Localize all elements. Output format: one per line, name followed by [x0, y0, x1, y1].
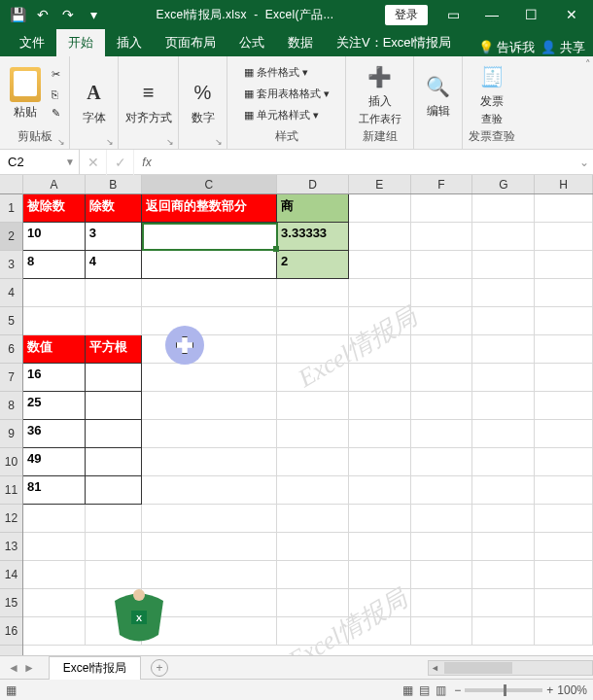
cell-E5[interactable]: [349, 307, 411, 335]
cell-F15[interactable]: [411, 589, 473, 617]
close-icon[interactable]: ✕: [550, 0, 593, 29]
qat-dropdown-icon[interactable]: ▾: [82, 3, 105, 26]
cell-G13[interactable]: [472, 533, 535, 561]
cell-E4[interactable]: [349, 279, 411, 307]
cell-H7[interactable]: [535, 364, 593, 392]
column-header[interactable]: G: [472, 175, 535, 193]
sheet-nav-prev-icon[interactable]: ◄: [8, 661, 19, 675]
save-icon[interactable]: 💾: [6, 3, 29, 26]
cell-C10[interactable]: [142, 448, 278, 476]
row-header[interactable]: 15: [0, 589, 22, 617]
cell-A9[interactable]: 36: [23, 420, 86, 448]
tab-formulas[interactable]: 公式: [227, 29, 276, 56]
cell-D11[interactable]: [277, 476, 349, 505]
tab-file[interactable]: 文件: [8, 29, 56, 56]
column-header[interactable]: B: [86, 175, 142, 193]
row-headers[interactable]: 12345678910111213141516: [0, 194, 23, 655]
cell-B6[interactable]: 平方根: [86, 335, 142, 364]
table-format-button[interactable]: ▦ 套用表格格式 ▾: [241, 86, 332, 103]
row-header[interactable]: 7: [0, 364, 22, 392]
cell-G15[interactable]: [472, 589, 535, 617]
row-header[interactable]: 11: [0, 476, 22, 505]
cell-G9[interactable]: [472, 420, 535, 448]
cell-A2[interactable]: 10: [23, 223, 86, 251]
cell-B3[interactable]: 4: [86, 251, 142, 279]
number-button[interactable]: %数字: [184, 79, 223, 126]
column-header[interactable]: D: [277, 175, 349, 193]
share-button[interactable]: 👤 共享: [541, 39, 585, 56]
cell-G1[interactable]: [472, 194, 535, 223]
maximize-icon[interactable]: ☐: [511, 0, 550, 29]
tab-custom[interactable]: 关注V：Excel情报局: [325, 29, 463, 56]
cell-A14[interactable]: [23, 561, 86, 589]
cell-D16[interactable]: [277, 617, 349, 646]
cell-mode-icon[interactable]: ▦: [6, 683, 17, 697]
cell-G5[interactable]: [472, 307, 535, 335]
cell-G2[interactable]: [472, 223, 535, 251]
cell-C11[interactable]: [142, 476, 278, 505]
cell-E2[interactable]: [349, 223, 411, 251]
cancel-formula-icon[interactable]: ✕: [80, 150, 107, 175]
cell-D3[interactable]: 2: [277, 251, 349, 279]
row-header[interactable]: 8: [0, 392, 22, 420]
sheet-nav-next-icon[interactable]: ►: [23, 661, 35, 675]
cell-F5[interactable]: [411, 307, 473, 335]
chevron-down-icon[interactable]: ▼: [65, 157, 75, 167]
cell-B4[interactable]: [86, 279, 142, 307]
cell-H3[interactable]: [535, 251, 593, 279]
row-header[interactable]: 16: [0, 617, 22, 646]
cell-E13[interactable]: [349, 533, 411, 561]
fx-icon[interactable]: fx: [134, 156, 159, 169]
column-header[interactable]: A: [23, 175, 86, 193]
row-header[interactable]: 6: [0, 335, 22, 364]
cell-H9[interactable]: [535, 420, 593, 448]
cell-E9[interactable]: [349, 420, 411, 448]
insert-row-button[interactable]: ➕插入工作表行: [359, 62, 401, 126]
invoice-button[interactable]: 🧾发票查验: [472, 62, 511, 126]
cell-C4[interactable]: [142, 279, 278, 307]
row-header[interactable]: 9: [0, 420, 22, 448]
cell-B7[interactable]: [86, 364, 142, 392]
cell-D14[interactable]: [277, 561, 349, 589]
cell-H2[interactable]: [535, 223, 593, 251]
cell-B5[interactable]: [86, 307, 142, 335]
cell-B10[interactable]: [86, 448, 142, 476]
launcher-icon[interactable]: ↘: [57, 137, 65, 147]
row-header[interactable]: 5: [0, 307, 22, 335]
zoom-level[interactable]: 100%: [557, 683, 587, 697]
zoom-slider[interactable]: [465, 688, 542, 692]
cell-H15[interactable]: [535, 589, 593, 617]
launcher-icon[interactable]: ↘: [106, 137, 114, 147]
cell-E16[interactable]: [349, 617, 411, 646]
cell-G16[interactable]: [472, 617, 535, 646]
cell-A5[interactable]: [23, 307, 86, 335]
cell-C9[interactable]: [142, 420, 278, 448]
conditional-format-button[interactable]: ▦ 条件格式 ▾: [241, 64, 332, 82]
cell-B9[interactable]: [86, 420, 142, 448]
cell-A4[interactable]: [23, 279, 86, 307]
cell-F16[interactable]: [411, 617, 473, 646]
row-header[interactable]: 2: [0, 223, 22, 251]
cell-C2[interactable]: [142, 223, 278, 251]
name-box[interactable]: C2▼: [0, 150, 80, 174]
cell-H6[interactable]: [535, 335, 593, 364]
launcher-icon[interactable]: ↘: [166, 137, 174, 147]
launcher-icon[interactable]: ↘: [215, 137, 223, 147]
row-header[interactable]: 10: [0, 448, 22, 476]
cell-C13[interactable]: [142, 533, 278, 561]
cell-C5[interactable]: [142, 307, 278, 335]
column-header[interactable]: F: [411, 175, 473, 193]
cell-F7[interactable]: [411, 364, 473, 392]
cell-B11[interactable]: [86, 476, 142, 505]
undo-icon[interactable]: ↶: [31, 3, 54, 26]
cell-style-button[interactable]: ▦ 单元格样式 ▾: [241, 107, 332, 124]
cell-H11[interactable]: [535, 476, 593, 505]
cell-G14[interactable]: [472, 561, 535, 589]
cell-E7[interactable]: [349, 364, 411, 392]
cell-G11[interactable]: [472, 476, 535, 505]
minimize-icon[interactable]: ―: [472, 0, 511, 29]
cell-C12[interactable]: [142, 505, 278, 533]
redo-icon[interactable]: ↷: [56, 3, 80, 26]
cell-G7[interactable]: [472, 364, 535, 392]
cell-G12[interactable]: [472, 505, 535, 533]
